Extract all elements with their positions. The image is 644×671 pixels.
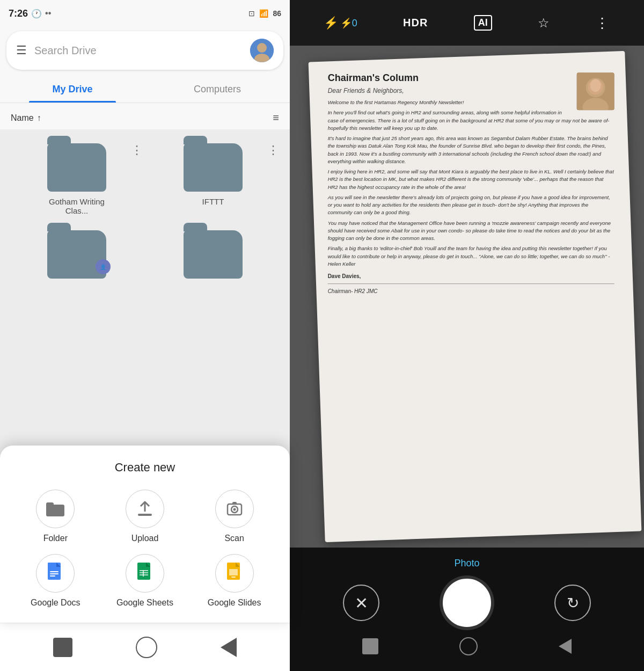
upload-option-label: Upload xyxy=(131,534,159,543)
svg-rect-17 xyxy=(50,575,55,577)
status-icons: ⊡ 📶 86 xyxy=(248,9,281,18)
more-options-button[interactable]: ⋮ xyxy=(267,144,279,156)
more-options-button[interactable]: ⋮ xyxy=(131,144,143,156)
cam-home-button[interactable] xyxy=(362,638,378,654)
document-portrait xyxy=(577,72,614,110)
create-sheets-option[interactable]: Google Sheets xyxy=(103,554,188,608)
bottom-nav xyxy=(0,623,290,671)
cam-recents-button[interactable] xyxy=(459,637,478,655)
file-name: Gotham Writing Clas... xyxy=(39,197,114,215)
ai-button[interactable]: AI xyxy=(474,15,492,31)
shutter-button[interactable] xyxy=(443,579,491,627)
folder-option-label: Folder xyxy=(43,534,68,543)
cam-back-button[interactable] xyxy=(559,639,572,654)
close-camera-button[interactable]: ✕ xyxy=(343,585,379,621)
svg-rect-13 xyxy=(48,563,56,571)
file-item[interactable] xyxy=(145,222,281,290)
time-display: 7:26 xyxy=(9,8,28,19)
camera-controls: ✕ ↻ xyxy=(290,579,644,627)
camera-menu-icon[interactable]: ⋮ xyxy=(595,16,610,30)
upload-icon-svg xyxy=(137,500,153,518)
sort-name[interactable]: Name ↑ xyxy=(11,113,41,123)
right-panel: ⚡⚡0 HDR AI ☆ ⋮ xyxy=(290,0,644,671)
folder-icon xyxy=(47,143,106,192)
file-item[interactable]: 👤 xyxy=(9,222,145,290)
tab-my-drive[interactable]: My Drive xyxy=(0,74,145,103)
flip-camera-button[interactable]: ↻ xyxy=(554,585,591,621)
star-icon[interactable]: ☆ xyxy=(538,16,550,31)
docs-option-label: Google Docs xyxy=(31,598,80,608)
left-panel: 7:26 🕐 •• ⊡ 📶 86 ☰ Search Drive My Drive… xyxy=(0,0,290,671)
svg-point-10 xyxy=(233,508,236,511)
docs-icon-svg xyxy=(46,561,65,585)
upload-option-icon xyxy=(126,490,164,528)
status-dots: •• xyxy=(45,9,51,18)
portrait-face xyxy=(577,72,614,110)
search-input[interactable]: Search Drive xyxy=(34,45,243,57)
modal-title: Create new xyxy=(13,461,277,475)
document-paper: Chairman's Column Dear Friends & Neighbo… xyxy=(309,51,642,542)
create-slides-option[interactable]: Google Slides xyxy=(192,554,277,608)
list-view-icon[interactable]: ≡ xyxy=(273,112,279,124)
hdr-button[interactable]: HDR xyxy=(403,17,428,29)
file-header: Name ↑ ≡ xyxy=(0,103,290,129)
svg-point-32 xyxy=(590,79,601,92)
battery-charging-icon: ⊡ xyxy=(248,9,255,18)
sheets-option-label: Google Sheets xyxy=(116,598,173,608)
search-bar[interactable]: ☰ Search Drive xyxy=(6,31,283,70)
wifi-icon: 📶 xyxy=(259,9,268,18)
tab-computers[interactable]: Computers xyxy=(145,74,290,103)
create-folder-option[interactable]: Folder xyxy=(13,490,98,543)
status-time: 7:26 🕐 •• xyxy=(9,8,51,19)
document-preview: Chairman's Column Dear Friends & Neighbo… xyxy=(290,46,644,548)
file-item[interactable]: IFTTT ⋮ xyxy=(145,135,281,222)
camera-bottom-bar: Photo ✕ ↻ xyxy=(290,548,644,671)
status-bar: 7:26 🕐 •• ⊡ 📶 86 xyxy=(0,0,290,27)
camera-top-bar: ⚡⚡0 HDR AI ☆ ⋮ xyxy=(290,0,644,46)
document-content: Chairman's Column Dear Friends & Neighbo… xyxy=(328,72,614,294)
svg-text:👤: 👤 xyxy=(100,264,107,271)
svg-rect-11 xyxy=(232,502,237,505)
doc-signature: Dave Davies, Chairman- HR2 JMC xyxy=(328,273,614,294)
svg-rect-6 xyxy=(46,502,54,507)
doc-subtitle: Dear Friends & Neighbors, xyxy=(328,87,614,94)
tabs: My Drive Computers xyxy=(0,74,290,103)
slides-option-label: Google Slides xyxy=(208,598,261,608)
avatar-image xyxy=(250,39,274,62)
sheets-icon-svg xyxy=(135,561,155,585)
create-docs-option[interactable]: Google Docs xyxy=(13,554,98,608)
sheets-option-icon xyxy=(126,554,164,593)
folder-icon xyxy=(184,143,243,192)
recents-nav-button[interactable] xyxy=(136,637,157,658)
scan-option-icon xyxy=(215,490,254,528)
flash-icon[interactable]: ⚡⚡0 xyxy=(324,16,357,30)
slides-icon-svg xyxy=(225,561,244,585)
svg-rect-7 xyxy=(138,514,152,516)
create-upload-option[interactable]: Upload xyxy=(103,490,188,543)
create-new-modal: Create new Folder xyxy=(0,446,290,623)
folder-icon-svg xyxy=(46,501,64,516)
hamburger-icon[interactable]: ☰ xyxy=(16,43,27,57)
folder-badge: 👤 xyxy=(96,259,111,274)
file-item[interactable]: Gotham Writing Clas... ⋮ xyxy=(9,135,145,222)
svg-rect-16 xyxy=(50,573,58,574)
svg-rect-23 xyxy=(143,570,144,577)
doc-title: Chairman's Column xyxy=(328,72,614,84)
avatar[interactable] xyxy=(250,39,274,62)
portrait-svg xyxy=(577,72,614,110)
cam-bottom-nav xyxy=(290,637,644,655)
scan-option-label: Scan xyxy=(224,534,244,543)
create-scan-option[interactable]: Scan xyxy=(192,490,277,543)
file-grid: Gotham Writing Clas... ⋮ IFTTT ⋮ 👤 xyxy=(0,129,290,296)
scan-icon-svg xyxy=(225,500,244,518)
folder-option-icon xyxy=(36,490,75,528)
svg-point-1 xyxy=(257,43,267,53)
photo-mode-label[interactable]: Photo xyxy=(454,558,479,569)
slides-option-icon xyxy=(215,554,254,593)
file-name: IFTTT xyxy=(202,197,224,206)
doc-body: Welcome to the first Hartamas Regency Mo… xyxy=(328,99,614,268)
svg-rect-15 xyxy=(50,571,58,572)
back-nav-button[interactable] xyxy=(221,638,237,657)
alarm-icon: 🕐 xyxy=(31,9,42,19)
home-nav-button[interactable] xyxy=(53,638,72,657)
